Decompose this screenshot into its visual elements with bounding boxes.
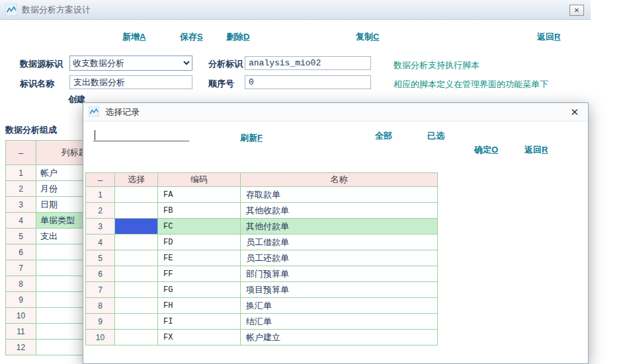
all-button[interactable]: 全部 [375,130,392,142]
ok-button[interactable]: 确定O [474,144,498,156]
table-row: 4FD员工借款单 [86,235,438,250]
table-row: 2FB其他收款单 [86,203,438,219]
table-row-selected: 3FC其他付款单 [86,219,438,235]
close-button[interactable]: ✕ [569,5,584,16]
table-row: 1FA存取款单 [86,187,438,203]
table-row: 10FX帐户建立 [86,330,438,346]
table-row: 6FF部门预算单 [86,266,438,282]
table-row: 9FI结汇单 [86,314,438,330]
back-button[interactable]: 返回R [537,31,560,43]
select-cell[interactable] [115,298,158,314]
copy-button[interactable]: 复制C [356,31,379,43]
record-header-row: – 选择 编码 名称 [86,173,438,187]
select-cell[interactable] [115,235,158,250]
select-cell[interactable] [115,330,158,346]
dialog-title-bar: 选择记录 ✕ [83,103,588,122]
dialog-title: 选择记录 [105,106,140,118]
select-cell[interactable] [115,250,158,266]
table-row: 7FG项目预算单 [86,282,438,298]
record-header-num: – [86,173,115,187]
record-header-select: 选择 [115,173,158,187]
analysis-id-label: 分析标识 [208,58,243,70]
name-field[interactable] [69,75,192,89]
refresh-button[interactable]: 刷新F [240,132,263,144]
search-input[interactable] [93,129,189,141]
select-record-dialog: 选择记录 ✕ 刷新F 全部 已选 确定O 返回R – 选择 编码 名称 1FA存… [83,102,589,364]
dialog-close-icon[interactable]: ✕ [570,106,579,118]
composition-header-num: – [6,141,36,165]
hint-line-1: 数据分析支持执行脚本 [394,59,480,71]
record-header-name: 名称 [241,173,438,187]
seq-field[interactable] [245,75,371,89]
save-button[interactable]: 保存S [180,31,203,43]
selected-button[interactable]: 已选 [427,130,444,142]
seq-label: 顺序号 [208,78,234,90]
select-cell[interactable] [115,266,158,282]
table-row: 8FH换汇单 [86,298,438,314]
window-title: 数据分析方案设计 [22,4,91,16]
dialog-icon [89,106,101,118]
select-cell-active[interactable] [115,219,158,235]
record-header-code: 编码 [158,173,241,187]
table-row: 5FE员工还款单 [86,250,438,266]
analysis-id-field[interactable] [245,56,371,70]
composition-label: 数据分析组成 [5,124,57,136]
datasource-label: 数据源标识 [20,58,63,70]
select-cell[interactable] [115,282,158,298]
add-button[interactable]: 新增A [122,31,146,43]
select-cell[interactable] [115,187,158,203]
title-bar: 数据分析方案设计 ✕ [0,0,591,20]
dialog-back-button[interactable]: 返回R [524,144,548,156]
delete-button[interactable]: 删除D [226,31,249,43]
select-cell[interactable] [115,203,158,219]
record-table: – 选择 编码 名称 1FA存取款单 2FB其他收款单 3FC其他付款单 4FD… [85,172,438,346]
select-cell[interactable] [115,314,158,330]
hint-line-2: 相应的脚本定义在管理界面的功能菜单下 [394,79,548,91]
text-caret [95,130,95,140]
app-icon [5,4,17,16]
name-label: 标识名称 [20,78,54,90]
datasource-select[interactable]: 收支数据分析 [69,55,192,71]
